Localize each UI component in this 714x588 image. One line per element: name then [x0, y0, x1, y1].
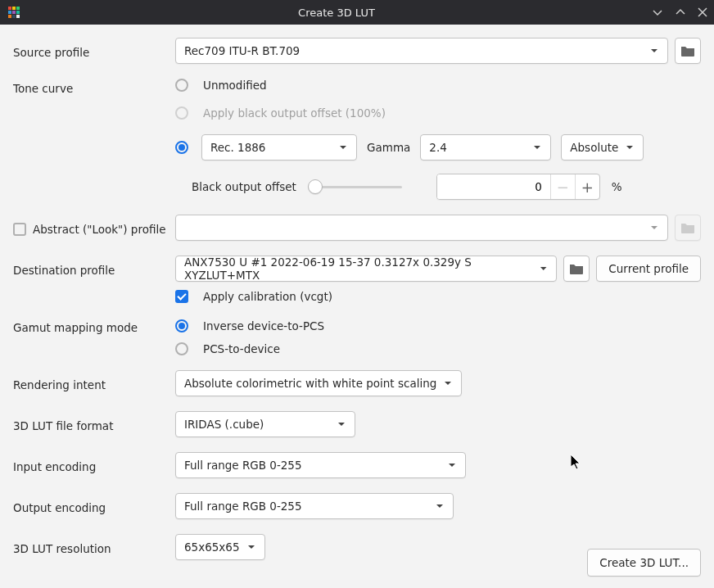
- gamma-mode-value: Absolute: [570, 141, 618, 154]
- destination-profile-browse-button[interactable]: [563, 256, 590, 282]
- tone-bpoffset-radio: [175, 106, 188, 120]
- source-profile-browse-button[interactable]: [675, 38, 701, 64]
- abstract-profile-checkbox[interactable]: [13, 223, 26, 236]
- source-profile-value: Rec709 ITU-R BT.709: [184, 44, 300, 57]
- maximize-button[interactable]: [675, 7, 686, 18]
- chevron-down-icon: [443, 378, 453, 388]
- tone-curve-type-value: Rec. 1886: [210, 141, 265, 154]
- window-title: Create 3D LUT: [21, 7, 652, 19]
- black-offset-unit: %: [612, 180, 622, 193]
- resolution-value: 65x65x65: [184, 541, 240, 554]
- chevron-down-icon: [649, 46, 659, 56]
- chevron-down-icon: [435, 501, 445, 511]
- svg-rect-8: [16, 15, 20, 18]
- gamut-pcs-label: PCS-to-device: [203, 342, 280, 355]
- black-offset-value[interactable]: [437, 174, 550, 199]
- destination-profile-select[interactable]: ANX7530 U #1 2022-06-19 15-37 0.3127x 0.…: [175, 256, 557, 282]
- input-encoding-value: Full range RGB 0-255: [184, 459, 302, 472]
- resolution-select[interactable]: 65x65x65: [175, 534, 265, 560]
- chevron-down-icon: [447, 460, 457, 470]
- source-profile-select[interactable]: Rec709 ITU-R BT.709: [175, 38, 668, 64]
- folder-icon: [569, 262, 584, 275]
- svg-rect-3: [8, 11, 11, 14]
- resolution-label: 3D LUT resolution: [13, 539, 169, 555]
- apply-calibration-checkbox[interactable]: [175, 290, 188, 303]
- gamma-label: Gamma: [367, 141, 410, 154]
- tone-curve-type-select[interactable]: Rec. 1886: [201, 134, 357, 161]
- close-button[interactable]: [698, 7, 707, 18]
- chevron-down-icon: [338, 142, 348, 152]
- output-encoding-label: Output encoding: [13, 498, 169, 514]
- tone-unmodified-label: Unmodified: [203, 79, 267, 92]
- file-format-value: IRIDAS (.cube): [184, 418, 264, 431]
- chevron-down-icon: [625, 142, 635, 152]
- abstract-profile-select[interactable]: [175, 215, 668, 241]
- input-encoding-label: Input encoding: [13, 457, 169, 473]
- folder-icon: [680, 221, 695, 234]
- gamut-pcs-radio[interactable]: [175, 342, 188, 355]
- chevron-down-icon: [649, 223, 659, 233]
- gamma-mode-select[interactable]: Absolute: [561, 134, 644, 161]
- tone-unmodified-radio[interactable]: [175, 79, 188, 92]
- create-lut-button[interactable]: Create 3D LUT...: [587, 549, 701, 577]
- destination-profile-value: ANX7530 U #1 2022-06-19 15-37 0.3127x 0.…: [184, 256, 532, 282]
- svg-rect-5: [16, 11, 20, 14]
- black-offset-minus: −: [550, 174, 575, 199]
- tone-custom-radio[interactable]: [175, 141, 188, 154]
- svg-rect-7: [12, 15, 16, 18]
- apply-calibration-label: Apply calibration (vcgt): [203, 290, 332, 303]
- svg-rect-1: [12, 7, 16, 10]
- abstract-profile-browse-button: [675, 215, 701, 241]
- output-encoding-value: Full range RGB 0-255: [184, 500, 302, 513]
- file-format-select[interactable]: IRIDAS (.cube): [175, 411, 355, 437]
- gamma-value-select[interactable]: 2.4: [420, 134, 551, 161]
- destination-profile-label: Destination profile: [13, 260, 169, 277]
- black-offset-slider[interactable]: [308, 180, 402, 193]
- gamut-inverse-label: Inverse device-to-PCS: [203, 319, 324, 332]
- chevron-down-icon: [539, 264, 548, 274]
- chevron-down-icon: [532, 142, 542, 152]
- rendering-intent-label: Rendering intent: [13, 375, 169, 391]
- gamut-mode-label: Gamut mapping mode: [13, 318, 169, 334]
- titlebar: Create 3D LUT: [0, 0, 714, 25]
- gamut-inverse-radio[interactable]: [175, 319, 188, 332]
- input-encoding-select[interactable]: Full range RGB 0-255: [175, 452, 466, 478]
- chevron-down-icon: [337, 419, 346, 429]
- rendering-intent-select[interactable]: Absolute colorimetric with white point s…: [175, 370, 462, 396]
- app-icon: [7, 5, 21, 20]
- black-offset-plus[interactable]: +: [575, 174, 599, 199]
- minimize-button[interactable]: [652, 7, 663, 18]
- black-offset-input[interactable]: − +: [436, 174, 600, 200]
- gamma-value: 2.4: [429, 141, 446, 154]
- rendering-intent-value: Absolute colorimetric with white point s…: [184, 377, 436, 390]
- create-lut-label: Create 3D LUT...: [599, 556, 689, 569]
- file-format-label: 3D LUT file format: [13, 416, 169, 432]
- abstract-profile-label: Abstract ("Look") profile: [33, 223, 165, 236]
- svg-rect-4: [12, 11, 16, 14]
- current-profile-button[interactable]: Current profile: [596, 256, 701, 282]
- output-encoding-select[interactable]: Full range RGB 0-255: [175, 493, 454, 519]
- tone-bpoffset-label: Apply black output offset (100%): [203, 106, 386, 120]
- svg-rect-0: [8, 7, 11, 10]
- folder-icon: [680, 44, 695, 57]
- current-profile-label: Current profile: [608, 262, 689, 275]
- source-profile-label: Source profile: [13, 43, 169, 59]
- chevron-down-icon: [246, 542, 256, 552]
- tone-curve-label: Tone curve: [13, 79, 169, 95]
- svg-rect-6: [8, 15, 11, 18]
- svg-rect-2: [16, 7, 20, 10]
- black-offset-label: Black output offset: [192, 180, 296, 193]
